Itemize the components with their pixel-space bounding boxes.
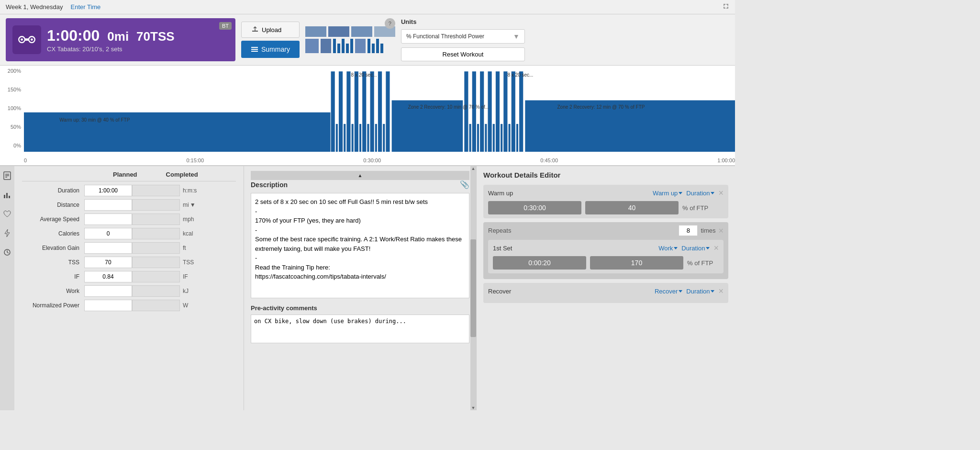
stats-row-work: Work kJ: [22, 284, 236, 298]
y-label-150: 150%: [2, 87, 21, 92]
chart-icon[interactable]: [2, 190, 12, 200]
block[interactable]: [305, 39, 319, 53]
duration-completed-input[interactable]: [132, 185, 180, 196]
units-select[interactable]: % Functional Threshold Power ▼: [401, 29, 525, 44]
blocks-row-1: [305, 26, 395, 37]
if-unit: IF: [183, 273, 188, 280]
warmup-pct-input[interactable]: [585, 201, 679, 214]
summary-button[interactable]: Summary: [241, 41, 300, 58]
set-duration-dropdown[interactable]: Duration: [681, 245, 710, 252]
duration-planned-input[interactable]: [84, 185, 132, 196]
tss-planned-input[interactable]: [84, 257, 132, 268]
svg-rect-28: [472, 71, 476, 152]
svg-rect-29: [477, 124, 479, 152]
block[interactable]: [305, 26, 326, 37]
calories-completed-input[interactable]: [132, 228, 180, 239]
warmup-type-dropdown[interactable]: Warm up: [653, 190, 682, 197]
block[interactable]: [321, 39, 331, 53]
block[interactable]: [351, 26, 372, 37]
chevron-down-icon: [711, 290, 714, 292]
norm-power-completed-input[interactable]: [132, 300, 180, 311]
scroll-up-button[interactable]: ▲: [251, 171, 469, 180]
units-value: % Functional Threshold Power: [406, 33, 484, 40]
block[interactable]: [355, 39, 366, 53]
enter-time-link[interactable]: Enter Time: [70, 3, 100, 11]
repeats-count-input[interactable]: [679, 225, 698, 236]
pre-activity-label: Pre-activity comments: [251, 304, 469, 312]
chevron-down-icon: [679, 192, 682, 194]
set-pct-input[interactable]: [590, 256, 683, 270]
block[interactable]: [368, 39, 370, 53]
stats-row-distance: Distance mi ▼: [22, 198, 236, 212]
action-buttons: Upload Summary: [241, 18, 300, 61]
scroll-up-arrow[interactable]: ▲: [470, 166, 476, 171]
svg-rect-46: [4, 195, 5, 198]
if-planned-input[interactable]: [84, 271, 132, 282]
tss-completed-input[interactable]: [132, 257, 180, 268]
set-time-input[interactable]: [493, 256, 586, 270]
recover-close-button[interactable]: ×: [718, 287, 724, 295]
work-label: Work: [22, 288, 84, 294]
warmup-close-button[interactable]: ×: [718, 189, 724, 197]
duration-label: Duration: [22, 187, 84, 194]
scroll-down-arrow[interactable]: ▼: [470, 405, 476, 410]
scroll-bar[interactable]: ▲ ▼: [470, 166, 476, 410]
distance-unit-select[interactable]: ▼: [190, 202, 196, 208]
svg-rect-39: [516, 124, 518, 152]
warmup-duration-dropdown[interactable]: Duration: [686, 190, 714, 197]
heart-icon[interactable]: [2, 209, 12, 219]
avg-speed-completed-input[interactable]: [132, 214, 180, 225]
block[interactable]: [333, 39, 336, 53]
workout-description: CX Tabatas: 20/10's, 2 sets: [47, 45, 175, 53]
calories-planned-input[interactable]: [84, 228, 132, 239]
paperclip-icon[interactable]: 📎: [460, 180, 469, 189]
warmup-time-input[interactable]: [488, 201, 581, 214]
pre-activity-textarea[interactable]: on CX bike, slow down (use brakes) durin…: [251, 315, 469, 343]
recover-type-dropdown[interactable]: Recover: [655, 288, 682, 295]
block[interactable]: [350, 39, 353, 53]
svg-rect-13: [344, 124, 345, 152]
calories-label: Calories: [22, 230, 84, 237]
block[interactable]: [372, 44, 375, 53]
avg-speed-planned-input[interactable]: [84, 214, 132, 225]
expand-button[interactable]: [723, 3, 729, 11]
document-icon[interactable]: [2, 171, 12, 180]
elevation-completed-input[interactable]: [132, 242, 180, 254]
norm-power-planned-input[interactable]: [84, 300, 132, 311]
lightning-icon[interactable]: [2, 228, 12, 238]
block[interactable]: [380, 44, 383, 53]
svg-rect-47: [6, 193, 8, 198]
block[interactable]: [337, 44, 340, 53]
chevron-down-icon: [711, 192, 714, 194]
y-label-200: 200%: [2, 68, 21, 74]
chart-tooltip-recovery1: Zone 2 Recovery: 10 min @ 70 % of...: [408, 104, 489, 110]
work-planned-input[interactable]: [84, 285, 132, 297]
completed-header: Completed: [166, 171, 198, 178]
block[interactable]: [376, 39, 379, 53]
if-completed-input[interactable]: [132, 271, 180, 282]
stats-row-tss: TSS TSS: [22, 255, 236, 270]
scroll-thumb[interactable]: [470, 239, 476, 337]
clock-icon[interactable]: [2, 248, 12, 257]
x-label-0: 0: [24, 158, 27, 163]
reset-workout-button[interactable]: Reset Workout: [401, 47, 525, 61]
block[interactable]: [346, 44, 349, 53]
svg-rect-27: [469, 124, 471, 152]
stats-row-if: IF IF: [22, 270, 236, 284]
set-close-button[interactable]: ×: [713, 244, 719, 252]
elevation-planned-input[interactable]: [84, 242, 132, 254]
distance-planned-input[interactable]: [84, 199, 132, 211]
recover-header: Recover Recover Duration ×: [488, 287, 724, 295]
help-icon[interactable]: ?: [383, 18, 395, 29]
recover-duration-dropdown[interactable]: Duration: [686, 288, 714, 295]
svg-rect-20: [370, 71, 374, 152]
work-completed-input[interactable]: [132, 285, 180, 297]
set-type-dropdown[interactable]: Work: [658, 245, 678, 252]
svg-rect-26: [464, 71, 468, 152]
block[interactable]: [342, 39, 345, 53]
distance-completed-input[interactable]: [132, 199, 180, 211]
block[interactable]: [328, 26, 349, 37]
repeats-close-button[interactable]: ×: [718, 226, 724, 235]
upload-button[interactable]: Upload: [241, 22, 300, 38]
description-textarea[interactable]: 2 sets of 8 x 20 sec on 10 sec off Full …: [251, 193, 469, 298]
